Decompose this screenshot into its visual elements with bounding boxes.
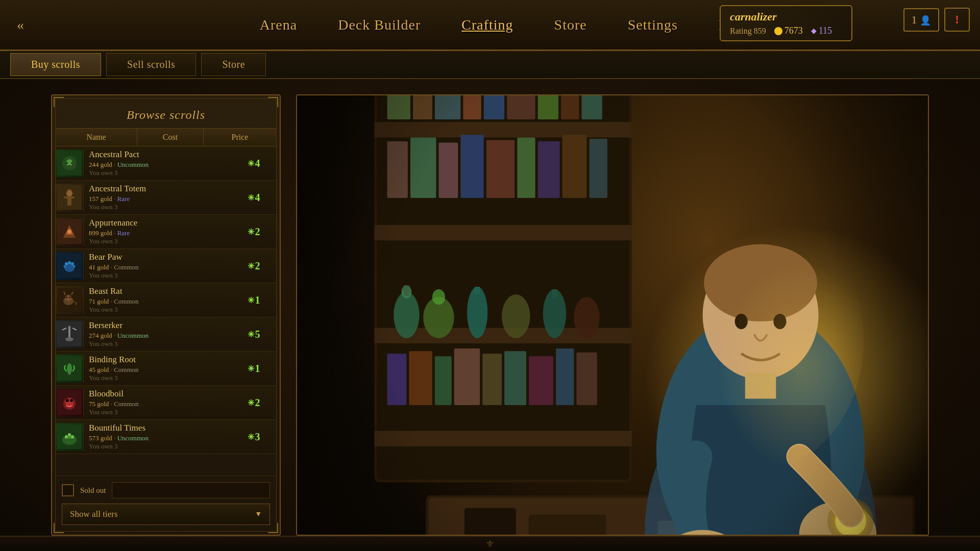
svg-point-31 (65, 435, 68, 438)
notif-count[interactable]: 1 👤 (903, 8, 940, 32)
scroll-row-binding-root[interactable]: Binding Root 45 gold · Common You own 3 … (56, 352, 276, 386)
scroll-price-2: ✳2 (235, 226, 276, 238)
scroll-name-3: Bear Paw (89, 252, 230, 262)
bottom-emblem-icon: ⚜ (485, 538, 495, 550)
sold-out-search-input[interactable] (112, 482, 270, 498)
price-badge-4: ✳1 (248, 294, 260, 306)
nav-crafting[interactable]: Crafting (461, 17, 513, 33)
browse-panel-inner: Browse scrolls Name Cost Price (55, 98, 277, 532)
scroll-name-1: Ancestral Totem (89, 184, 230, 194)
notif-exclaim[interactable]: ! (944, 8, 970, 32)
price-badge-3: ✳2 (248, 260, 260, 272)
svg-point-10 (65, 262, 68, 265)
scroll-price-8: ✳3 (235, 431, 276, 443)
avatar-icon: 👤 (920, 15, 931, 26)
user-rating: Rating 859 (730, 27, 766, 36)
scroll-row-berserker[interactable]: Berserker 274 gold · Uncommon You own 3 … (56, 317, 276, 352)
crystal-amount: ◆ 115 (811, 26, 832, 36)
store-button[interactable]: Store (201, 53, 266, 76)
deco-corner-tr (268, 97, 278, 107)
browse-title: Browse scrolls (56, 99, 276, 128)
scroll-row-beast-rat[interactable]: Beast Rat 71 gold · Common You own 3 ✳1 (56, 283, 276, 317)
scroll-thumb-4 (56, 286, 84, 314)
deco-corner-tl (54, 97, 64, 107)
back-icon: « (17, 17, 24, 33)
scroll-owned-2: You own 3 (89, 237, 230, 245)
scroll-row-ancestral-totem[interactable]: Ancestral Totem 157 gold · Rare You own … (56, 181, 276, 215)
scroll-name-8: Bountiful Times (89, 423, 230, 433)
scroll-info-5: Berserker 274 gold · Uncommon You own 3 (84, 317, 235, 351)
gold-amount: 7673 (774, 26, 803, 36)
scroll-name-0: Ancestral Pact (89, 149, 230, 160)
sold-out-label: Sold out (80, 486, 106, 495)
scroll-info-2: Appurtenance 899 gold · Rare You own 3 (84, 215, 235, 248)
price-badge-5: ✳5 (248, 329, 260, 340)
artwork-panel (296, 94, 929, 536)
scroll-info-8: Bountiful Times 573 gold · Uncommon You … (84, 420, 235, 454)
col-header-cost[interactable]: Cost (137, 129, 204, 146)
scroll-price-6: ✳1 (235, 363, 276, 374)
scroll-info-1: Ancestral Totem 157 gold · Rare You own … (84, 181, 235, 214)
nav-arena[interactable]: Arena (260, 17, 297, 33)
scroll-meta-0: 244 gold · Uncommon (89, 161, 230, 169)
scroll-price-3: ✳2 (235, 260, 276, 272)
back-button[interactable]: « (0, 17, 41, 33)
scroll-thumb-7 (56, 389, 84, 417)
nav-store[interactable]: Store (554, 17, 587, 33)
scroll-row-bloodboil[interactable]: Bloodboil 75 gold · Common You own 3 ✳2 (56, 386, 276, 420)
scroll-owned-8: You own 3 (89, 442, 230, 450)
scroll-price-4: ✳1 (235, 294, 276, 306)
scroll-price-7: ✳2 (235, 397, 276, 409)
scroll-name-5: Berserker (89, 320, 230, 331)
svg-point-4 (66, 190, 72, 196)
scroll-name-7: Bloodboil (89, 389, 230, 399)
nav-deck-builder[interactable]: Deck Builder (338, 17, 421, 33)
notification-area: 1 👤 ! (903, 8, 970, 32)
scroll-owned-4: You own 3 (89, 306, 230, 314)
scroll-info-4: Beast Rat 71 gold · Common You own 3 (84, 283, 235, 317)
top-nav-bar: « Arena Deck Builder Crafting Store Sett… (0, 0, 980, 51)
svg-point-33 (71, 435, 74, 438)
price-badge-0: ✳4 (248, 158, 260, 169)
tier-dropdown[interactable]: Show all tiers ▼ (62, 504, 270, 525)
scroll-meta-3: 41 gold · Common (89, 263, 230, 271)
sold-out-checkbox[interactable] (62, 484, 74, 496)
svg-point-22 (65, 337, 74, 341)
scroll-meta-5: 274 gold · Uncommon (89, 332, 230, 340)
svg-point-7 (67, 230, 71, 234)
price-badge-2: ✳2 (248, 226, 260, 238)
svg-point-13 (64, 265, 66, 268)
col-header-name[interactable]: Name (56, 129, 137, 146)
scroll-info-0: Ancestral Pact 244 gold · Uncommon You o… (84, 146, 235, 180)
scroll-info-7: Bloodboil 75 gold · Common You own 3 (84, 386, 235, 419)
scroll-row-ancestral-pact[interactable]: Ancestral Pact 244 gold · Uncommon You o… (56, 146, 276, 181)
scroll-owned-0: You own 3 (89, 169, 230, 177)
nav-settings[interactable]: Settings (628, 17, 678, 33)
scroll-row-appurtenance[interactable]: Appurtenance 899 gold · Rare You own 3 ✳… (56, 215, 276, 249)
scroll-name-4: Beast Rat (89, 286, 230, 296)
user-stats: Rating 859 7673 ◆ 115 (730, 26, 842, 36)
bottom-deco: ⚜ (0, 536, 980, 551)
scroll-name-2: Appurtenance (89, 218, 230, 228)
sold-out-row: Sold out (62, 482, 270, 498)
price-badge-1: ✳4 (248, 192, 260, 204)
svg-point-17 (65, 295, 71, 301)
col-header-price[interactable]: Price (204, 129, 276, 146)
scroll-owned-1: You own 3 (89, 203, 230, 211)
sell-scrolls-button[interactable]: Sell scrolls (106, 53, 196, 76)
scroll-owned-6: You own 3 (89, 374, 230, 382)
deco-corner-bl (54, 523, 64, 533)
price-badge-6: ✳1 (248, 363, 260, 374)
scroll-meta-1: 157 gold · Rare (89, 195, 230, 203)
scroll-list[interactable]: Ancestral Pact 244 gold · Uncommon You o… (56, 146, 276, 475)
svg-point-18 (66, 297, 68, 298)
scroll-row-bountiful-times[interactable]: Bountiful Times 573 gold · Uncommon You … (56, 420, 276, 454)
deco-corner-br (268, 523, 278, 533)
tier-dropdown-label: Show all tiers (70, 509, 118, 519)
svg-point-19 (69, 297, 71, 298)
buy-scrolls-button[interactable]: Buy scrolls (10, 53, 101, 76)
scroll-row-bear-paw[interactable]: Bear Paw 41 gold · Common You own 3 ✳2 (56, 249, 276, 283)
scroll-thumb-1 (56, 184, 84, 212)
svg-rect-5 (64, 196, 75, 198)
scroll-owned-3: You own 3 (89, 271, 230, 280)
